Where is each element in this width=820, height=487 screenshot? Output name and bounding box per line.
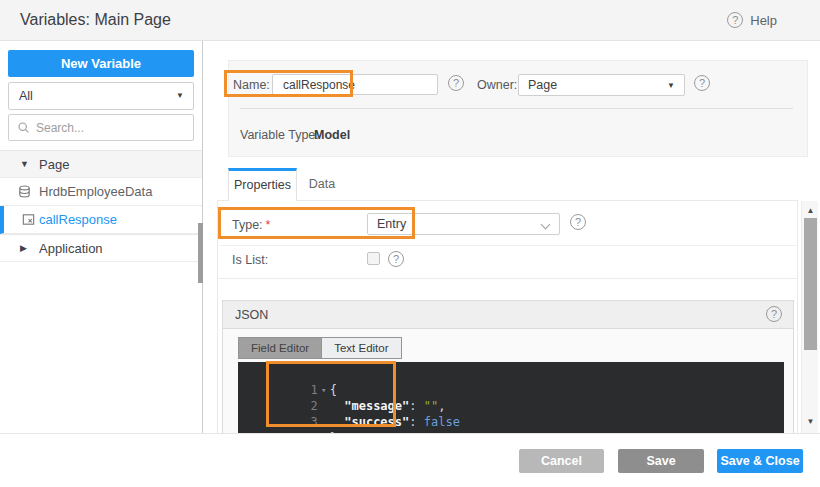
- code-token: "success": [330, 415, 409, 429]
- tree-item-label: HrdbEmployeeData: [39, 184, 152, 199]
- tree-item-application[interactable]: ▶ Application: [0, 234, 202, 262]
- is-list-checkbox[interactable]: [367, 252, 380, 265]
- code-token: :: [409, 415, 423, 429]
- name-help-icon[interactable]: ?: [448, 75, 464, 91]
- scroll-up-icon[interactable]: ▲: [802, 206, 819, 215]
- variable-type-label: Variable Type:: [240, 128, 319, 142]
- field-editor-button[interactable]: Field Editor: [239, 338, 321, 358]
- tree-item-page[interactable]: ▼ Page: [0, 150, 202, 178]
- type-help-icon[interactable]: ?: [570, 214, 586, 230]
- type-label: Type:*: [232, 218, 270, 232]
- variable-filter-value: All: [19, 89, 33, 103]
- dropdown-arrow-icon: ▼: [176, 83, 184, 109]
- save-button[interactable]: Save: [618, 449, 704, 473]
- is-list-label: Is List:: [232, 253, 268, 267]
- model-icon: [21, 212, 36, 227]
- required-asterisk: *: [266, 218, 271, 232]
- code-line: 1▾{: [238, 366, 784, 382]
- caret-right-icon: ▶: [20, 243, 32, 253]
- code-token: false: [424, 415, 460, 429]
- help-label: Help: [750, 13, 777, 28]
- cancel-button[interactable]: Cancel: [519, 449, 604, 473]
- code-token: "": [424, 399, 438, 413]
- json-help-icon[interactable]: ?: [766, 306, 782, 322]
- owner-help-icon[interactable]: ?: [694, 75, 710, 91]
- variables-tree: ▼ Page HrdbEmployeeData callResponse ▶ A…: [0, 150, 202, 262]
- code-token: ,: [438, 399, 445, 413]
- line-number: 1: [296, 382, 318, 398]
- variable-type-value: Model: [314, 128, 350, 142]
- owner-select[interactable]: Page ▼: [518, 74, 685, 96]
- type-select[interactable]: Entry: [367, 213, 560, 235]
- help-button[interactable]: ? Help: [727, 12, 777, 28]
- json-panel-header: JSON ?: [223, 301, 793, 329]
- new-variable-button[interactable]: New Variable: [8, 50, 194, 77]
- variables-sidebar: New Variable All ▼ ▼ Page HrdbEmployeeDa…: [0, 41, 203, 433]
- variable-search: [8, 114, 194, 141]
- variable-filter-select[interactable]: All ▼: [8, 82, 194, 110]
- json-panel-title: JSON: [235, 308, 268, 322]
- editor-mode-toggle: Field Editor Text Editor: [238, 337, 402, 359]
- search-icon: [17, 121, 30, 134]
- is-list-help-icon[interactable]: ?: [388, 251, 404, 267]
- page-title: Variables: Main Page: [20, 11, 171, 29]
- search-input[interactable]: [36, 121, 176, 135]
- scrollbar-thumb[interactable]: [804, 218, 817, 350]
- tree-item-hrdbemployeedata[interactable]: HrdbEmployeeData: [0, 178, 202, 206]
- variables-dialog: Variables: Main Page ? Help New Variable…: [0, 0, 820, 487]
- tab-properties[interactable]: Properties: [228, 168, 297, 201]
- owner-value: Page: [519, 75, 684, 95]
- json-panel: JSON ? Field Editor Text Editor 1▾{ 2 "m…: [222, 300, 794, 433]
- tab-data[interactable]: Data: [297, 168, 347, 201]
- type-value: Entry: [368, 214, 559, 234]
- name-input[interactable]: [272, 74, 438, 95]
- code-token: {: [330, 383, 337, 397]
- content-scrollbar[interactable]: ▲ ▼: [801, 201, 818, 433]
- scroll-down-icon[interactable]: ▼: [802, 417, 819, 426]
- text-editor-button[interactable]: Text Editor: [321, 338, 400, 358]
- help-icon: ?: [727, 12, 743, 28]
- sidebar-scrollbar-thumb[interactable]: [198, 223, 203, 283]
- dialog-footer: Cancel Save Save & Close: [0, 433, 820, 487]
- save-close-button[interactable]: Save & Close: [717, 449, 803, 473]
- row-divider: [219, 245, 797, 246]
- dropdown-arrow-icon: ▼: [667, 75, 675, 95]
- code-token: "message": [330, 399, 409, 413]
- code-token: :: [409, 399, 423, 413]
- line-number: 2: [296, 398, 318, 414]
- dialog-header: Variables: Main Page ? Help: [0, 0, 820, 41]
- tree-item-callresponse[interactable]: callResponse: [0, 206, 202, 234]
- tree-item-label: Page: [39, 157, 69, 172]
- database-icon: [17, 184, 32, 199]
- fold-icon[interactable]: ▾: [318, 382, 330, 398]
- tree-item-label: callResponse: [39, 212, 117, 227]
- form-divider: [240, 108, 793, 109]
- json-code-editor[interactable]: 1▾{ 2 "message": "", 3 "success": false …: [238, 362, 784, 434]
- line-number: 3: [296, 414, 318, 430]
- tree-item-label: Application: [39, 241, 103, 256]
- name-label: Name:*: [233, 78, 278, 92]
- caret-down-icon: ▼: [20, 159, 32, 169]
